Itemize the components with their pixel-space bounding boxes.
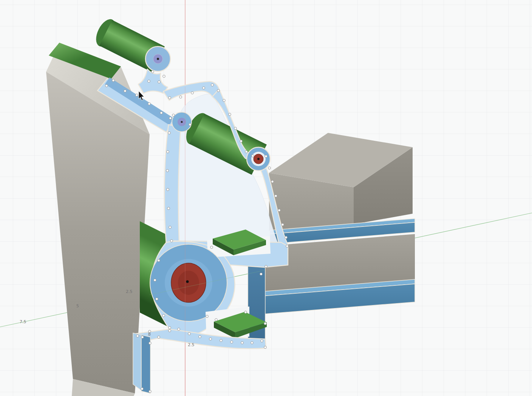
sketch-point[interactable]: [179, 96, 182, 99]
sketch-point[interactable]: [169, 117, 172, 120]
dimension-label: 8: [148, 332, 151, 337]
sketch-point[interactable]: [136, 335, 139, 337]
sketch-point[interactable]: [285, 236, 288, 239]
sketch-point[interactable]: [158, 81, 161, 83]
sketch-point[interactable]: [286, 245, 289, 248]
sketch-point[interactable]: [189, 123, 192, 126]
sketch-point[interactable]: [158, 336, 160, 339]
sketch-point[interactable]: [169, 330, 171, 332]
cad-viewport[interactable]: 7.5 5 2.5 8 2.5: [0, 0, 532, 396]
sketch-point[interactable]: [210, 246, 213, 249]
sketch-point[interactable]: [141, 336, 144, 339]
sketch-point[interactable]: [203, 87, 205, 89]
sketch-point[interactable]: [162, 314, 165, 317]
sketch-point[interactable]: [169, 327, 171, 329]
sketch-point[interactable]: [163, 75, 165, 78]
sketch-point[interactable]: [240, 140, 243, 143]
boss-hole-shade: [178, 271, 199, 295]
sketch-point[interactable]: [223, 99, 226, 102]
dimension-label: 5: [76, 304, 79, 308]
sketch-point[interactable]: [264, 322, 267, 325]
mid-cap-point[interactable]: [257, 158, 260, 160]
sketch-point[interactable]: [244, 311, 247, 314]
sketch-point[interactable]: [158, 259, 160, 262]
sketch-point[interactable]: [167, 151, 169, 153]
sketch-point[interactable]: [136, 94, 138, 97]
sketch-point[interactable]: [271, 180, 274, 183]
sketch-point[interactable]: [178, 328, 180, 331]
sketch-point[interactable]: [265, 155, 268, 158]
sketch-point[interactable]: [261, 340, 263, 342]
sketch-point[interactable]: [199, 336, 201, 338]
sketch-point[interactable]: [217, 89, 220, 92]
sketch-point[interactable]: [268, 167, 271, 169]
sketch-point[interactable]: [191, 92, 194, 94]
sketch-point[interactable]: [281, 223, 284, 226]
sketch-point[interactable]: [229, 113, 231, 116]
sketch-point[interactable]: [170, 240, 173, 242]
hub-cap-point[interactable]: [181, 121, 183, 123]
sketch-point[interactable]: [112, 79, 115, 82]
section-left-rail[interactable]: [164, 125, 181, 245]
middle-cylinder-cap[interactable]: [247, 147, 270, 171]
sketch-point[interactable]: [215, 319, 218, 321]
sketch-point[interactable]: [141, 388, 144, 390]
sketch-point[interactable]: [149, 342, 152, 345]
strip-light-face[interactable]: [133, 333, 141, 390]
sketch-point[interactable]: [169, 97, 171, 99]
sketch-point[interactable]: [260, 273, 263, 276]
bottom-left-strips[interactable]: [133, 333, 150, 393]
sketch-point[interactable]: [166, 169, 169, 172]
sketch-point[interactable]: [206, 315, 209, 318]
sketch-point[interactable]: [148, 103, 151, 105]
sketch-point[interactable]: [278, 209, 281, 212]
hub-cap[interactable]: [172, 112, 192, 132]
sketch-point[interactable]: [154, 279, 156, 282]
dimension-label: 7.5: [20, 319, 26, 324]
boss-center-point[interactable]: [186, 280, 189, 283]
sketch-point[interactable]: [220, 339, 223, 342]
sketch-point[interactable]: [172, 114, 175, 117]
sketch-point[interactable]: [264, 346, 267, 349]
sketch-point[interactable]: [245, 151, 248, 153]
sketch-point[interactable]: [251, 342, 254, 344]
sketch-point[interactable]: [265, 265, 268, 268]
dimension-label: 2.5: [126, 289, 133, 294]
sketch-point[interactable]: [188, 333, 191, 335]
sketch-point[interactable]: [211, 84, 214, 86]
sketch-point[interactable]: [167, 207, 170, 210]
sketch-point[interactable]: [160, 112, 163, 114]
sketch-point[interactable]: [167, 188, 169, 191]
sketch-point[interactable]: [148, 80, 150, 83]
sketch-point[interactable]: [168, 132, 171, 134]
sketch-point[interactable]: [152, 71, 154, 73]
sketch-point[interactable]: [230, 341, 233, 344]
dimension-label: 2.5: [188, 342, 195, 347]
top-cylinder-cap[interactable]: [145, 46, 170, 71]
sketch-point[interactable]: [209, 338, 212, 341]
central-boss[interactable]: [150, 244, 227, 321]
sketch-point[interactable]: [156, 298, 158, 300]
sketch-point[interactable]: [169, 226, 172, 229]
sketch-point[interactable]: [252, 155, 254, 157]
sketch-point[interactable]: [234, 127, 237, 130]
sketch-point[interactable]: [149, 390, 152, 393]
sketch-point[interactable]: [275, 195, 277, 197]
sketch-point[interactable]: [124, 90, 127, 92]
sketch-point[interactable]: [241, 342, 244, 344]
viewport-canvas[interactable]: 7.5 5 2.5 8 2.5: [0, 0, 532, 396]
top-cap-point[interactable]: [157, 58, 159, 60]
sketch-point[interactable]: [105, 85, 108, 87]
